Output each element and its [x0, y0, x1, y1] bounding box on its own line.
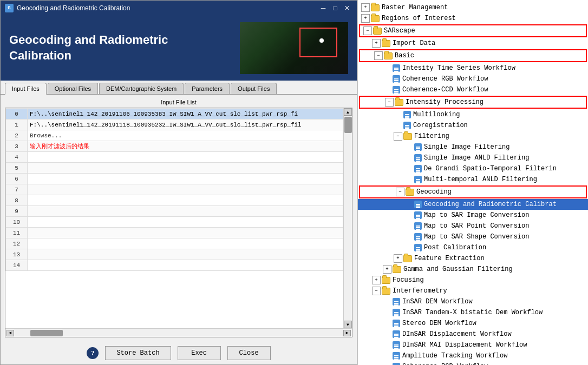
scroll-down-button[interactable]: ▼	[344, 321, 352, 328]
tree-label: Map to SAR Point Conversion	[424, 222, 529, 230]
tree-expander-regions[interactable]	[361, 14, 370, 23]
tree-expander-basic[interactable]	[374, 51, 383, 60]
tree-node-raster-management[interactable]: Raster Management	[358, 2, 588, 13]
tree-node-insar-dem[interactable]: InSAR DEM Workflow	[358, 296, 588, 307]
tree-node-coherence-ccd[interactable]: Coherence-CCD Workflow	[358, 84, 588, 95]
tree-node-dinsar-mai[interactable]: DInSAR MAI Displacement Workflow	[358, 340, 588, 350]
intensity-processing-group: Intensity Processing	[359, 96, 587, 109]
tree-node-feature-extraction[interactable]: Feature Extraction	[358, 253, 588, 264]
tree-expander-raster[interactable]	[361, 3, 370, 12]
tree-node-map-sar-image[interactable]: Map to SAR Image Conversion	[358, 210, 588, 221]
tab-optional-files[interactable]: Optional Files	[48, 83, 98, 94]
tree-node-filtering[interactable]: Filtering	[358, 131, 588, 142]
hscroll-thumb[interactable]	[30, 330, 63, 336]
row-index: 1	[6, 120, 28, 130]
table-row[interactable]: 14	[6, 260, 343, 271]
tree-node-single-anld[interactable]: Single Image ANLD Filtering	[358, 152, 588, 163]
table-row[interactable]: 10	[6, 217, 343, 228]
tree-expander-feature[interactable]	[394, 254, 402, 263]
minimize-button[interactable]: ─	[318, 3, 329, 13]
tree-label: DInSAR MAI Displacement Workflow	[402, 341, 527, 349]
tree-node-dinsar-displacement[interactable]: DInSAR Displacement Workflow	[358, 329, 588, 340]
scroll-left-button[interactable]: ◄	[6, 330, 14, 336]
table-row[interactable]: 12	[6, 238, 343, 249]
tree-node-sarscape[interactable]: SARscape	[360, 25, 586, 36]
tab-output-files[interactable]: Output Files	[231, 83, 277, 94]
tree-node-stereo-dem[interactable]: Stereo DEM Workflow	[358, 318, 588, 329]
file-icon	[393, 86, 400, 94]
scroll-up-button[interactable]: ▲	[344, 108, 352, 116]
table-row[interactable]: 13	[6, 249, 343, 260]
tree-node-regions[interactable]: Regions of Interest	[358, 13, 588, 24]
tree-node-intensity-time[interactable]: Intesity Time Series Workflow	[358, 63, 588, 74]
tree-node-coherence-rgb-2[interactable]: Coherence RGB Workflow	[358, 361, 588, 365]
tab-parameters[interactable]: Parameters	[185, 83, 230, 94]
horizontal-scrollbar[interactable]: ◄ ►	[5, 328, 352, 337]
tree-node-gamma-gaussian[interactable]: Gamma and Gaussian Filtering	[358, 264, 588, 275]
tree-node-basic[interactable]: Basic	[360, 50, 586, 61]
tree-node-geocoding-calibration[interactable]: Geocoding and Radiometric Calibrat	[358, 199, 588, 210]
tree-node-coregistration[interactable]: Coregistration	[358, 120, 588, 131]
vertical-scrollbar[interactable]: ▲ ▼	[343, 108, 352, 328]
banner-image-dot	[319, 38, 324, 43]
tree-node-de-grandi[interactable]: De Grandi Spatio-Temporal Filterin	[358, 163, 588, 174]
tree-expander-interferometry[interactable]	[372, 287, 381, 295]
tree-label: Feature Extraction	[414, 255, 485, 262]
file-icon	[393, 352, 400, 360]
close-button[interactable]: Close	[227, 346, 271, 360]
tree-expander-import[interactable]	[372, 39, 381, 48]
table-row[interactable]: 2 Browse...	[6, 130, 343, 141]
tree-node-multi-temporal[interactable]: Multi-temporal ANLD Filtering	[358, 174, 588, 185]
tree-label: Map to SAR Shape Conversion	[424, 233, 529, 241]
tree-node-insar-tandem[interactable]: InSAR Tandem-X bistatic Dem Workflow	[358, 307, 588, 318]
tree-node-single-image[interactable]: Single Image Filtering	[358, 142, 588, 152]
tab-input-files[interactable]: Input Files	[5, 83, 47, 95]
row-browse[interactable]: Browse...	[28, 130, 343, 141]
tree-node-coherence-rgb[interactable]: Coherence RGB Workflow	[358, 74, 588, 84]
table-row[interactable]: 5	[6, 163, 343, 174]
dialog-window: G Geocoding and Radiometric Calibration …	[0, 0, 357, 365]
tree-label: SARscape	[384, 27, 415, 35]
tree-node-intensity-processing[interactable]: Intensity Processing	[360, 97, 586, 108]
file-icon	[414, 143, 422, 151]
table-row[interactable]: 8	[6, 195, 343, 206]
table-row: 3 输入刚才滤波后的结果	[6, 141, 343, 152]
tree-node-interferometry[interactable]: Interferometry	[358, 286, 588, 296]
table-row[interactable]: 11	[6, 228, 343, 238]
table-row[interactable]: 1 F:\..\sentinel1_142_20191118_100935232…	[6, 120, 343, 130]
table-row[interactable]: 4	[6, 152, 343, 163]
table-row[interactable]: 9	[6, 206, 343, 217]
tree-node-import-data[interactable]: Import Data	[358, 38, 588, 49]
tree-label: Geocoding	[416, 188, 452, 196]
table-row[interactable]: 6	[6, 174, 343, 184]
tree-node-post-calibration[interactable]: Post Calibration	[358, 242, 588, 253]
title-controls: ─ □ ✕	[318, 3, 352, 13]
tree-expander-focusing[interactable]	[372, 276, 381, 284]
scroll-right-button[interactable]: ►	[343, 330, 351, 336]
maximize-button[interactable]: □	[330, 3, 341, 13]
tree-node-multilooking[interactable]: Multilooking	[358, 109, 588, 120]
tree-node-amplitude-tracking[interactable]: Amplitude Tracking Workflow	[358, 350, 588, 361]
tree-node-map-sar-shape[interactable]: Map to SAR Shape Conversion	[358, 231, 588, 242]
window-close-button[interactable]: ✕	[342, 3, 352, 13]
tree-node-geocoding[interactable]: Geocoding	[360, 187, 586, 197]
exec-button[interactable]: Exec	[178, 346, 221, 360]
tree-label: Filtering	[414, 132, 449, 140]
table-row[interactable]: 7	[6, 184, 343, 195]
table-row[interactable]: 0 F:\..\sentinel1_142_20191106_100935383…	[6, 109, 343, 120]
tree-expander-gamma[interactable]	[383, 265, 391, 274]
tree-panel[interactable]: Raster Management Regions of Interest SA…	[357, 0, 588, 365]
store-batch-button[interactable]: Store Batch	[105, 346, 171, 360]
file-icon	[414, 222, 422, 230]
tree-expander-geocoding[interactable]	[396, 188, 404, 196]
tree-node-map-sar-point[interactable]: Map to SAR Point Conversion	[358, 221, 588, 231]
table-scroll-wrapper[interactable]: 0 F:\..\sentinel1_142_20191106_100935383…	[5, 108, 343, 328]
folder-icon	[384, 52, 393, 59]
tree-expander-filtering[interactable]	[394, 132, 402, 141]
tree-expander-intensity[interactable]	[385, 98, 394, 107]
tree-expander-sarscape[interactable]	[363, 26, 372, 35]
tree-node-focusing[interactable]: Focusing	[358, 275, 588, 286]
help-button[interactable]: ?	[87, 347, 99, 359]
scroll-thumb[interactable]	[344, 117, 352, 133]
tab-dem-cartographic[interactable]: DEM/Cartographic System	[99, 83, 184, 94]
